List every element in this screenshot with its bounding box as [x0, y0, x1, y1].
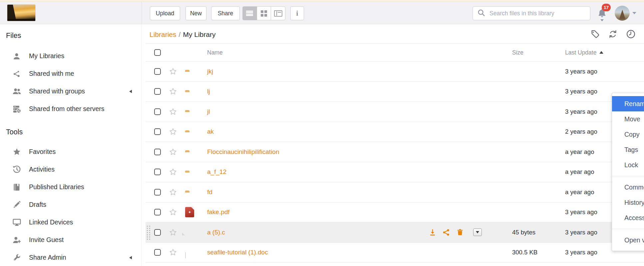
star-icon[interactable]	[168, 248, 177, 257]
row-checkbox[interactable]	[154, 128, 161, 135]
sidebar-item-shared-from-other-servers[interactable]: Shared from other servers	[0, 100, 141, 118]
row-checkbox[interactable]	[154, 209, 161, 215]
new-button[interactable]: New	[185, 6, 206, 20]
tag-icon[interactable]	[590, 29, 600, 39]
table-row[interactable]: lj3 years ago	[146, 82, 644, 102]
user-icon	[12, 52, 22, 61]
file-name-link[interactable]: ak	[207, 128, 214, 135]
table-row[interactable]: jkj3 years ago	[146, 62, 644, 82]
sidebar-item-share-admin[interactable]: Share Admin	[0, 249, 141, 266]
menu-item-tags[interactable]: Tags	[612, 142, 644, 157]
file-name-link[interactable]: jkj	[207, 68, 213, 75]
last-update: 3 years ago	[565, 68, 597, 75]
collapse-caret-icon[interactable]	[129, 256, 132, 259]
collapse-caret-icon[interactable]	[129, 90, 132, 93]
share-icon[interactable]	[442, 228, 450, 236]
table-row[interactable]: seafile-tutorial (1).doc300.5 KB3 years …	[146, 243, 644, 263]
sidebar-section-files: My LibrariesShared with meShared with gr…	[0, 47, 141, 118]
menu-item-comment[interactable]: Comment	[612, 180, 644, 195]
row-checkbox[interactable]	[154, 229, 161, 236]
search-input[interactable]	[489, 10, 583, 17]
table-row[interactable]: Floccinaucinihilipilificationa year ago	[146, 142, 644, 162]
star-icon[interactable]	[168, 107, 177, 116]
file-size: 45 bytes	[512, 229, 535, 236]
star-icon[interactable]	[168, 228, 177, 237]
file-name-link[interactable]: a (5).c	[207, 229, 225, 236]
sidebar-item-published-libraries[interactable]: Published Libraries	[0, 178, 141, 196]
file-name-link[interactable]: lj	[207, 88, 210, 95]
menu-item-copy[interactable]: Copy	[612, 127, 644, 142]
favorites-star-icon	[12, 147, 22, 157]
account-menu-caret-icon[interactable]	[632, 12, 636, 14]
breadcrumb-separator: /	[179, 31, 181, 38]
row-checkbox[interactable]	[154, 108, 161, 115]
column-header-size[interactable]: Size	[512, 49, 523, 56]
row-checkbox[interactable]	[154, 249, 161, 256]
star-icon[interactable]	[168, 168, 177, 177]
sidebar-item-my-libraries[interactable]: My Libraries	[0, 47, 141, 65]
menu-item-history[interactable]: History	[612, 195, 644, 210]
caret-down-icon	[476, 231, 479, 233]
file-name-link[interactable]: fake.pdf	[207, 208, 230, 216]
file-name-link[interactable]: jl	[207, 108, 210, 115]
menu-item-rename[interactable]: Rename	[612, 96, 644, 111]
history-icon[interactable]	[626, 29, 636, 39]
sidebar-item-favorites[interactable]: Favorites	[0, 143, 141, 161]
sidebar-item-shared-with-groups[interactable]: Shared with groups	[0, 82, 141, 100]
file-name-link[interactable]: Floccinaucinihilipilification	[207, 148, 279, 156]
menu-item-open-via-client[interactable]: Open via Client	[612, 232, 644, 248]
star-icon[interactable]	[168, 147, 177, 156]
column-header-name[interactable]: Name	[207, 49, 223, 56]
sidebar-item-linked-devices[interactable]: Linked Devices	[0, 213, 141, 231]
share-nodes-icon	[12, 69, 22, 78]
file-name-link[interactable]: fd	[207, 189, 212, 196]
grid-view-button[interactable]	[257, 7, 271, 20]
notifications-button[interactable]: 17	[597, 6, 611, 23]
search-icon	[477, 9, 485, 18]
star-icon[interactable]	[168, 188, 177, 197]
table-row[interactable]: fake.pdf3 years ago	[146, 202, 644, 223]
list-view-button[interactable]	[243, 7, 257, 20]
row-checkbox[interactable]	[154, 189, 161, 196]
menu-item-access-log[interactable]: Access Log	[612, 210, 644, 225]
column-header-last-update[interactable]: Last Update	[565, 49, 603, 56]
sidebar-item-shared-with-me[interactable]: Shared with me	[0, 65, 141, 82]
row-checkbox[interactable]	[154, 149, 161, 155]
table-row[interactable]: ak2 years ago	[146, 122, 644, 142]
download-icon[interactable]	[429, 228, 437, 236]
menu-divider	[612, 229, 644, 229]
avatar[interactable]	[615, 6, 630, 21]
table-row[interactable]: fda year ago	[146, 182, 644, 202]
menu-item-lock[interactable]: Lock	[612, 157, 644, 173]
star-icon[interactable]	[168, 208, 177, 217]
trash-icon[interactable]	[608, 29, 618, 39]
table-row[interactable]: jl3 years ago	[146, 102, 644, 122]
header-divider	[142, 2, 142, 24]
site-logo[interactable]	[7, 5, 35, 21]
delete-icon[interactable]	[456, 228, 464, 236]
star-icon[interactable]	[168, 87, 177, 96]
table-row[interactable]: a_f_12a year ago	[146, 162, 644, 183]
menu-item-move[interactable]: Move	[612, 111, 644, 127]
file-name-link[interactable]: seafile-tutorial (1).doc	[207, 249, 268, 256]
breadcrumb-libraries-link[interactable]: Libraries	[150, 31, 176, 38]
row-checkbox[interactable]	[154, 169, 161, 175]
file-name-link[interactable]: a_f_12	[207, 168, 226, 176]
table-row[interactable]: a (5).c45 bytes3 years ago	[146, 222, 644, 243]
star-icon[interactable]	[168, 127, 177, 136]
doc-icon	[185, 252, 186, 258]
share-button[interactable]: Share	[211, 6, 240, 20]
info-button[interactable]: i	[290, 6, 304, 20]
select-all-checkbox[interactable]	[154, 49, 161, 56]
upload-button[interactable]: Upload	[150, 6, 180, 20]
row-checkbox[interactable]	[154, 88, 161, 95]
detail-view-button[interactable]	[271, 7, 285, 20]
sidebar-item-invite-guest[interactable]: Invite Guest	[0, 231, 141, 249]
drag-handle-icon[interactable]	[146, 225, 151, 240]
star-icon[interactable]	[168, 67, 177, 76]
sidebar-item-drafts[interactable]: Drafts	[0, 196, 141, 213]
row-checkbox[interactable]	[154, 68, 161, 75]
chevron-down-icon	[600, 19, 604, 21]
more-actions-dropdown[interactable]	[473, 228, 482, 236]
sidebar-item-activities[interactable]: Activities	[0, 161, 141, 178]
